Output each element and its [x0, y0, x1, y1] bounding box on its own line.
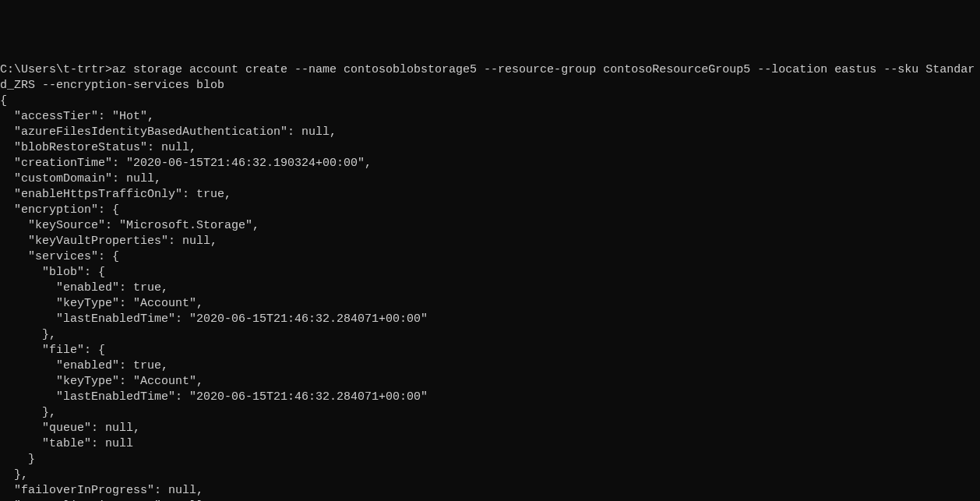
- output-line: "enabled": true,: [0, 359, 168, 372]
- output-line: "keyType": "Account",: [0, 297, 203, 310]
- terminal-window[interactable]: C:\Users\t-trtr>az storage account creat…: [0, 62, 980, 501]
- output-line: "azureFilesIdentityBasedAuthentication":…: [0, 125, 337, 139]
- output-line: "blobRestoreStatus": null,: [0, 141, 196, 154]
- output-line: "enableHttpsTrafficOnly": true,: [0, 188, 231, 201]
- output-line: "blob": {: [0, 266, 105, 279]
- output-line: "encryption": {: [0, 203, 119, 217]
- output-line: "creationTime": "2020-06-15T21:46:32.190…: [0, 157, 372, 170]
- output-line: "queue": null,: [0, 422, 140, 435]
- output-line: },: [0, 406, 56, 419]
- output-line: "lastEnabledTime": "2020-06-15T21:46:32.…: [0, 312, 428, 326]
- output-line: "keyVaultProperties": null,: [0, 235, 217, 248]
- output-line: },: [0, 468, 28, 482]
- output-line: "keyType": "Account",: [0, 375, 203, 388]
- output-line: "keySource": "Microsoft.Storage",: [0, 219, 259, 232]
- output-line: },: [0, 328, 56, 341]
- output-line: "customDomain": null,: [0, 172, 161, 185]
- output-line: "failoverInProgress": null,: [0, 484, 203, 497]
- output-line: "services": {: [0, 250, 119, 263]
- output-line: }: [0, 453, 35, 466]
- output-line: "enabled": true,: [0, 281, 168, 295]
- output-line: {: [0, 94, 7, 108]
- command-text: az storage account create --name contoso…: [0, 63, 975, 92]
- output-line: "accessTier": "Hot",: [0, 110, 154, 123]
- output-line: "file": {: [0, 344, 105, 357]
- prompt-text: C:\Users\t-trtr>: [0, 63, 112, 76]
- output-line: "table": null: [0, 437, 133, 450]
- output-line: "lastEnabledTime": "2020-06-15T21:46:32.…: [0, 390, 428, 404]
